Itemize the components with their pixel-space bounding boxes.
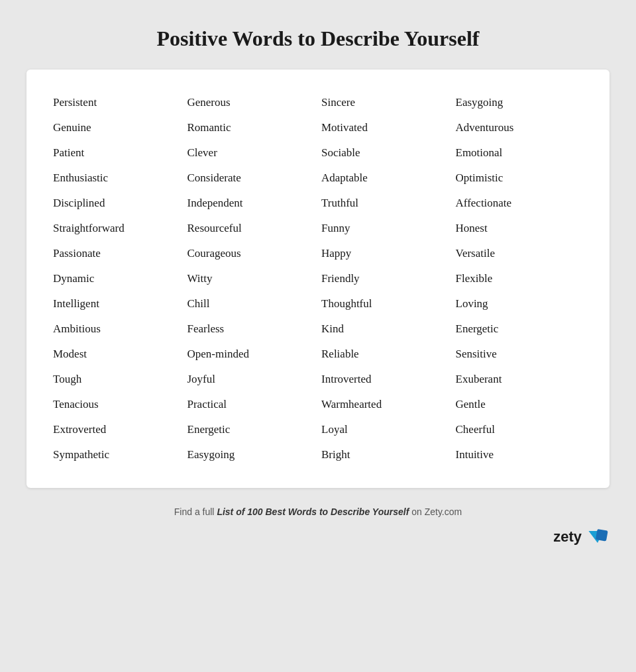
word-item: Happy: [321, 244, 449, 263]
word-item: Flexible: [456, 269, 584, 288]
content-card: PersistentGenerousSincereEasygoingGenuin…: [26, 70, 610, 488]
word-item: Thoughtful: [321, 295, 449, 313]
brand-logo-icon: [586, 525, 610, 549]
word-item: Witty: [187, 269, 315, 288]
word-item: Romantic: [187, 119, 315, 137]
word-item: Courageous: [187, 244, 315, 263]
word-item: Loyal: [321, 420, 449, 439]
word-item: Modest: [53, 345, 181, 363]
word-item: Friendly: [321, 269, 449, 288]
word-item: Passionate: [53, 244, 181, 263]
word-item: Intelligent: [53, 295, 181, 313]
word-item: Introverted: [321, 370, 449, 389]
word-item: Warmhearted: [321, 395, 449, 414]
word-item: Resourceful: [187, 219, 315, 238]
word-item: Straightforward: [53, 219, 181, 238]
word-item: Motivated: [321, 119, 449, 137]
word-item: Genuine: [53, 119, 181, 137]
word-item: Cheerful: [456, 420, 584, 439]
word-item: Truthful: [321, 194, 449, 213]
word-item: Funny: [321, 219, 449, 238]
word-item: Sincere: [321, 93, 449, 112]
word-item: Independent: [187, 194, 315, 213]
word-item: Considerate: [187, 169, 315, 187]
word-item: Disciplined: [53, 194, 181, 213]
footer-suffix: on Zety.com: [409, 506, 462, 517]
word-item: Adaptable: [321, 169, 449, 187]
word-item: Enthusiastic: [53, 169, 181, 187]
footer-link: List of 100 Best Words to Describe Yours…: [217, 506, 409, 517]
word-item: Clever: [187, 144, 315, 162]
word-item: Adventurous: [456, 119, 584, 137]
word-item: Chill: [187, 295, 315, 313]
word-item: Emotional: [456, 144, 584, 162]
word-item: Exuberant: [456, 370, 584, 389]
page-title: Positive Words to Describe Yourself: [156, 26, 479, 51]
word-item: Intuitive: [456, 446, 584, 464]
word-item: Honest: [456, 219, 584, 238]
word-item: Open-minded: [187, 345, 315, 363]
word-item: Easygoing: [456, 93, 584, 112]
footer-text: Find a full List of 100 Best Words to De…: [174, 506, 462, 517]
word-item: Gentle: [456, 395, 584, 414]
word-item: Bright: [321, 446, 449, 464]
word-item: Tenacious: [53, 395, 181, 414]
word-item: Energetic: [456, 320, 584, 338]
word-grid: PersistentGenerousSincereEasygoingGenuin…: [53, 93, 583, 464]
word-item: Sociable: [321, 144, 449, 162]
word-item: Dynamic: [53, 269, 181, 288]
word-item: Practical: [187, 395, 315, 414]
word-item: Extroverted: [53, 420, 181, 439]
word-item: Patient: [53, 144, 181, 162]
word-item: Persistent: [53, 93, 181, 112]
word-item: Sympathetic: [53, 446, 181, 464]
word-item: Optimistic: [456, 169, 584, 187]
word-item: Tough: [53, 370, 181, 389]
word-item: Joyful: [187, 370, 315, 389]
word-item: Ambitious: [53, 320, 181, 338]
word-item: Energetic: [187, 420, 315, 439]
footer-prefix: Find a full: [174, 506, 217, 517]
word-item: Loving: [456, 295, 584, 313]
word-item: Versatile: [456, 244, 584, 263]
brand-container: zety: [26, 525, 610, 549]
word-item: Reliable: [321, 345, 449, 363]
word-item: Affectionate: [456, 194, 584, 213]
word-item: Kind: [321, 320, 449, 338]
word-item: Generous: [187, 93, 315, 112]
word-item: Easygoing: [187, 446, 315, 464]
svg-rect-1: [596, 529, 608, 542]
word-item: Fearless: [187, 320, 315, 338]
word-item: Sensitive: [456, 345, 584, 363]
brand-name: zety: [553, 528, 582, 546]
